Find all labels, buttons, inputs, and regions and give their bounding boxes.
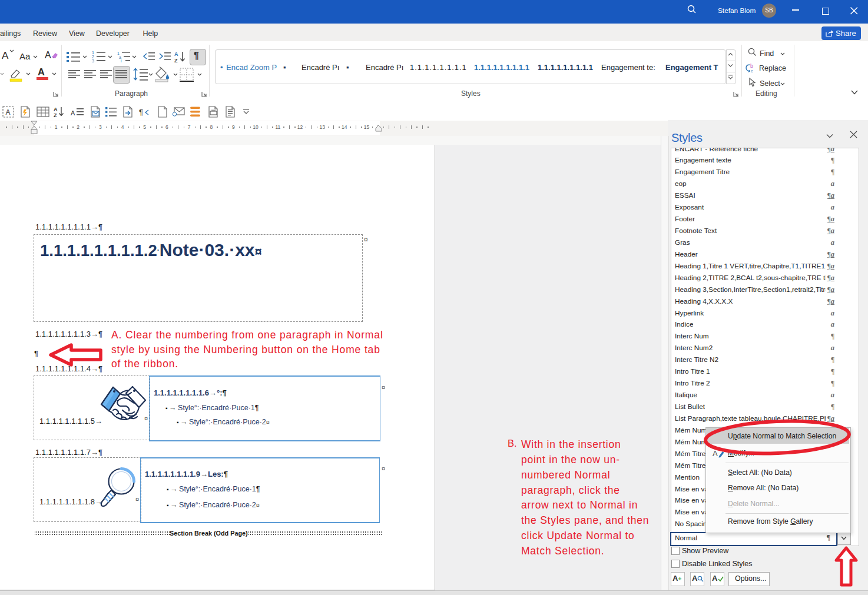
svg-text:A: A: [71, 109, 75, 117]
svg-text:A: A: [174, 51, 178, 57]
svg-text:1: 1: [92, 51, 94, 55]
svg-text:A: A: [6, 108, 11, 117]
svg-text:¶: ¶: [139, 108, 143, 117]
svg-text:2: 2: [92, 55, 94, 59]
svg-text:c: c: [751, 69, 753, 73]
svg-text:Z: Z: [174, 58, 178, 64]
svg-text:3: 3: [92, 59, 94, 63]
svg-text:1: 1: [117, 51, 120, 55]
svg-text:i: i: [121, 59, 122, 63]
svg-text:Z: Z: [54, 112, 57, 118]
svg-text:A: A: [54, 107, 58, 112]
svg-text:b: b: [750, 63, 753, 69]
